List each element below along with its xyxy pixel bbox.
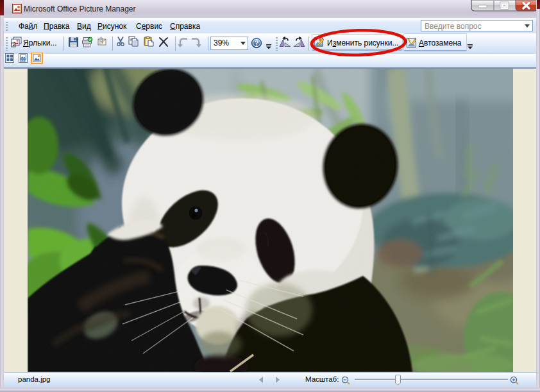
svg-text:?: ? bbox=[255, 39, 259, 47]
